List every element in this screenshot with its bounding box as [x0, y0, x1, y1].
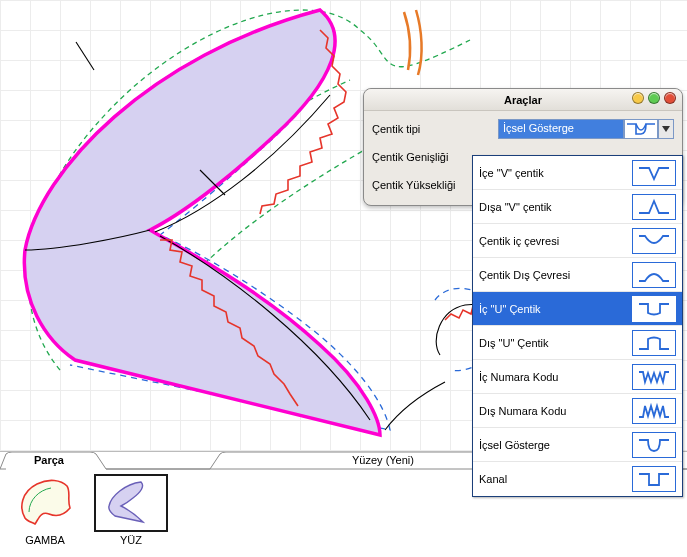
channel-icon [632, 466, 676, 492]
dropdown-item-label: Dış "U" Çentik [473, 337, 632, 349]
dropdown-item[interactable]: Dış Numara Kodu [473, 394, 682, 428]
tab-surface[interactable]: Yüzey (Yeni) [352, 454, 414, 466]
indicator-icon [632, 432, 676, 458]
v-out-icon [632, 194, 676, 220]
num-out-icon [632, 398, 676, 424]
dropdown-item-label: Dışa "V" çentik [473, 201, 632, 213]
dropdown-arrow-icon[interactable] [658, 119, 674, 139]
u-out-icon [632, 330, 676, 356]
part-thumb-yuz[interactable]: YÜZ [94, 474, 168, 546]
dropdown-item[interactable]: İçe "V" çentik [473, 156, 682, 190]
maximize-icon[interactable] [648, 92, 660, 104]
notch-type-combo[interactable]: İçsel Gösterge [498, 118, 674, 140]
window-controls[interactable] [632, 92, 676, 104]
svg-line-0 [76, 42, 94, 70]
notch-type-value: İçsel Gösterge [498, 119, 624, 139]
notch-type-dropdown[interactable]: İçe "V" çentikDışa "V" çentikÇentik iç ç… [472, 155, 683, 497]
dropdown-item-label: İç "U" Çentik [473, 303, 632, 315]
u-out-wide-icon [632, 262, 676, 288]
pattern-piece [24, 10, 380, 435]
dropdown-item[interactable]: İç "U" Çentik [473, 292, 682, 326]
tools-panel-titlebar[interactable]: Araçlar [364, 89, 682, 111]
dropdown-item[interactable]: Dış "U" Çentik [473, 326, 682, 360]
notch-type-swatch-icon [624, 119, 658, 139]
dropdown-item-label: Dış Numara Kodu [473, 405, 632, 417]
tools-panel-title: Araçlar [504, 94, 542, 106]
num-in-icon [632, 364, 676, 390]
tab-part[interactable]: Parça [34, 454, 64, 466]
dropdown-item[interactable]: Kanal [473, 462, 682, 496]
part-label: YÜZ [94, 534, 168, 546]
dropdown-item-label: Kanal [473, 473, 632, 485]
part-label: GAMBA [8, 534, 82, 546]
dropdown-item[interactable]: Çentik iç çevresi [473, 224, 682, 258]
dropdown-item-label: Çentik iç çevresi [473, 235, 632, 247]
dropdown-item-label: İçsel Gösterge [473, 439, 632, 451]
close-icon[interactable] [664, 92, 676, 104]
v-in-icon [632, 160, 676, 186]
u-in-icon [632, 296, 676, 322]
dropdown-item-label: Çentik Dış Çevresi [473, 269, 632, 281]
dropdown-item[interactable]: Dışa "V" çentik [473, 190, 682, 224]
u-in-wide-icon [632, 228, 676, 254]
dropdown-item[interactable]: İçsel Gösterge [473, 428, 682, 462]
minimize-icon[interactable] [632, 92, 644, 104]
dropdown-item[interactable]: Çentik Dış Çevresi [473, 258, 682, 292]
dropdown-item[interactable]: İç Numara Kodu [473, 360, 682, 394]
part-thumb-gamba[interactable]: GAMBA [8, 474, 82, 546]
dropdown-item-label: İçe "V" çentik [473, 167, 632, 179]
notch-type-label: Çentik tipi [372, 123, 498, 135]
dropdown-item-label: İç Numara Kodu [473, 371, 632, 383]
